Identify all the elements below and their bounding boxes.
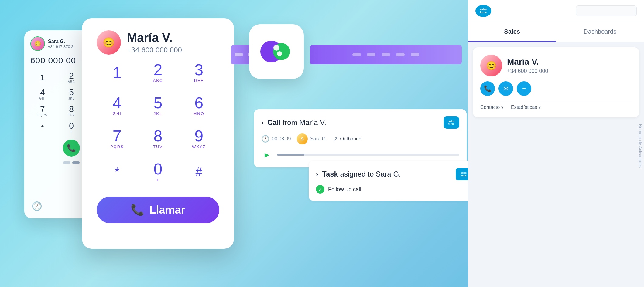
bg-contact-name: Sara G. — [48, 39, 74, 44]
crm-nav-links: Contacto ∨ Estadísticas ∨ — [480, 101, 632, 110]
main-contact-phone: +34 600 000 000 — [127, 46, 182, 54]
key-3[interactable]: 3DEF — [178, 57, 219, 88]
task-item: ✓ Follow up call — [316, 185, 471, 194]
crm-contact-card: 😊 María V. +34 600 000 000 📞 ✉ + Contact… — [473, 47, 639, 117]
main-contact-info: María V. +34 600 000 000 — [127, 31, 182, 54]
call-button[interactable]: 📞 Llamar — [97, 197, 219, 223]
bg-key-7[interactable]: 7PQRS — [30, 105, 54, 117]
call-log-chevron[interactable]: › — [261, 118, 264, 127]
crm-action-buttons: 📞 ✉ + — [480, 81, 632, 96]
crm-search-bar[interactable] — [576, 5, 637, 16]
key-0[interactable]: 0+ — [138, 156, 179, 187]
key-5[interactable]: 5JKL — [138, 90, 179, 121]
tab-dashboards[interactable]: Dashboards — [556, 22, 644, 42]
audio-player: ▶ — [261, 149, 459, 160]
dialpad-header: 😊 María V. +34 600 000 000 — [97, 30, 219, 55]
bg-key-0[interactable]: 0+ — [59, 122, 83, 133]
crm-panel: salesforce Sales Dashboards 😊 María V. +… — [468, 0, 644, 287]
connector-dot-1 — [235, 53, 243, 56]
bg-key-1[interactable]: 1 — [30, 72, 54, 83]
crm-contact-details: María V. +34 600 000 000 — [507, 57, 548, 74]
bg-avatar-image: 😊 — [31, 37, 44, 50]
call-direction: ↗ Outbound — [333, 135, 361, 143]
bg-avatar: 😊 — [30, 36, 45, 51]
task-item-text: Follow up call — [328, 186, 361, 193]
chevron-down-icon: ∨ — [501, 105, 504, 110]
task-chevron[interactable]: › — [316, 170, 318, 178]
crm-contact-name: María V. — [507, 57, 548, 67]
key-8[interactable]: 8TUV — [138, 123, 179, 154]
bg-key-8[interactable]: 8TUV — [59, 105, 83, 117]
connector-dot-r1 — [352, 53, 361, 56]
clock-icon: 🕐 — [261, 135, 269, 143]
key-1[interactable]: 1 — [97, 57, 138, 88]
crm-tabs: Sales Dashboards — [468, 22, 644, 42]
call-log-header: › Call from María V. salesforce — [261, 116, 459, 129]
key-2[interactable]: 2ABC — [138, 57, 179, 88]
progress-bar[interactable] — [277, 154, 459, 156]
bg-key-4[interactable]: 4GHI — [30, 88, 54, 100]
chevron-down-icon-2: ∨ — [538, 105, 541, 110]
connector-dot-r5 — [411, 53, 419, 56]
progress-fill — [277, 154, 304, 156]
crm-contact-phone: +34 600 000 000 — [507, 68, 548, 74]
svg-point-2 — [273, 45, 279, 51]
call-duration: 🕐 00:08:09 — [261, 135, 291, 143]
call-log-card: › Call from María V. salesforce 🕐 00:08:… — [254, 109, 467, 167]
task-card: › Task asigned to Sara G. salesforce ✓ F… — [309, 161, 479, 201]
bg-key-5[interactable]: 5JKL — [59, 88, 83, 100]
bg-key-star[interactable]: * — [30, 122, 54, 133]
task-title: › Task asigned to Sara G. — [316, 170, 401, 178]
outbound-arrow-icon: ↗ — [333, 135, 338, 143]
check-icon: ✓ — [316, 185, 324, 194]
key-9[interactable]: 9WXYZ — [178, 123, 219, 154]
svg-point-3 — [277, 51, 282, 56]
bg-call-button[interactable]: 📞 — [63, 140, 80, 157]
bg-clock-icon: 🕐 — [32, 201, 42, 211]
call-log-meta: 🕐 00:08:09 S Sara G. ↗ Outbound — [261, 133, 459, 144]
connector-dot-r2 — [367, 53, 375, 56]
call-phone-icon: 📞 — [131, 204, 144, 216]
main-dialpad-grid: 1 2ABC 3DEF 4GHI 5JKL 6MNO 7PQRS 8TUV 9W… — [97, 57, 219, 187]
call-agent: S Sara G. — [297, 133, 327, 144]
crm-avatar: 😊 — [480, 55, 502, 76]
crm-contact-header: 😊 María V. +34 600 000 000 — [480, 55, 632, 76]
bg-dot-2 — [72, 161, 80, 164]
crm-avatar-image: 😊 — [480, 55, 502, 76]
tab-sales[interactable]: Sales — [468, 22, 556, 42]
bg-contact-info: Sara G. +34 917 370 2 — [48, 39, 74, 49]
play-button[interactable]: ▶ — [261, 149, 272, 160]
key-4[interactable]: 4GHI — [97, 90, 138, 121]
bg-call-icon: 📞 — [67, 144, 76, 152]
bg-contact-phone: +34 917 370 2 — [48, 44, 74, 49]
app-logo — [260, 35, 293, 68]
sidebar-activities-label: Número de Actividades — [638, 124, 643, 168]
crm-call-button[interactable]: 📞 — [480, 81, 495, 96]
crm-email-button[interactable]: ✉ — [498, 81, 513, 96]
key-6[interactable]: 6MNO — [178, 90, 219, 121]
bg-key-2[interactable]: 2ABC — [59, 72, 83, 83]
connector-bar-right — [310, 45, 462, 64]
main-dialpad-card: 😊 María V. +34 600 000 000 1 2ABC 3DEF 4… — [82, 18, 234, 249]
crm-nav-contacto[interactable]: Contacto ∨ — [480, 105, 504, 110]
connector-dot-r3 — [382, 53, 390, 56]
sf-cloud-logo: salesforce — [475, 5, 491, 17]
task-header: › Task asigned to Sara G. salesforce — [316, 168, 471, 180]
crm-nav-estadisticas[interactable]: Estadísticas ∨ — [511, 105, 541, 110]
key-hash[interactable]: # — [178, 156, 219, 187]
crm-add-button[interactable]: + — [517, 81, 531, 96]
crm-header: salesforce — [468, 0, 644, 22]
key-star[interactable]: * — [97, 156, 138, 187]
connector-dot-r4 — [396, 53, 405, 56]
center-logo-card — [249, 24, 304, 79]
key-7[interactable]: 7PQRS — [97, 123, 138, 154]
main-avatar: 😊 — [97, 30, 121, 55]
salesforce-badge-call: salesforce — [444, 116, 459, 129]
agent-avatar: S — [297, 133, 308, 144]
salesforce-logo: salesforce — [475, 5, 491, 17]
main-contact-name: María V. — [127, 31, 182, 45]
main-avatar-image: 😊 — [97, 30, 121, 55]
call-log-title: › Call from María V. — [261, 118, 326, 127]
call-button-label: Llamar — [149, 204, 185, 216]
call-log-text: Call from María V. — [267, 118, 326, 127]
